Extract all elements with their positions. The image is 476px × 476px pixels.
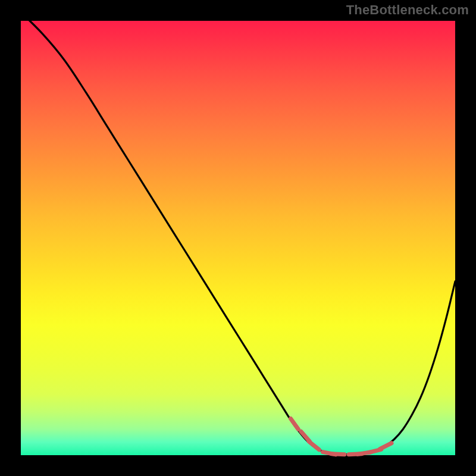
optimal-marker	[331, 454, 345, 455]
plot-area	[21, 21, 455, 455]
optimal-marker	[380, 443, 392, 449]
attribution-text: TheBottleneck.com	[346, 2, 469, 18]
optimal-range-markers	[291, 418, 392, 454]
optimal-marker	[309, 441, 319, 450]
bottleneck-curve	[21, 12, 455, 454]
chart-frame: TheBottleneck.com	[0, 0, 476, 476]
curve-layer	[21, 21, 455, 455]
optimal-marker	[291, 418, 299, 429]
